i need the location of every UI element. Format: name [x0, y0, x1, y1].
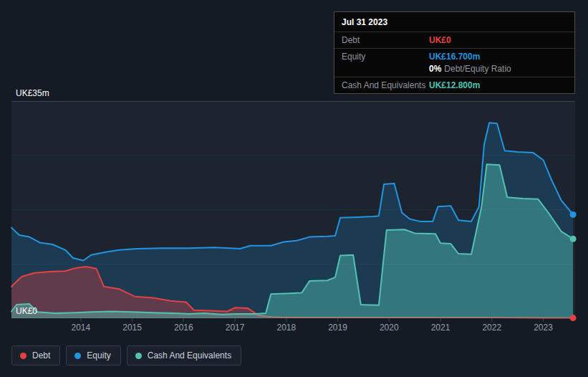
chart-legend: Debt Equity Cash And Equivalents: [11, 345, 241, 366]
legend-cash-label: Cash And Equivalents: [148, 350, 231, 361]
debt-equity-history-chart-panel: Jul 31 2023 Debt UK£0 Equity UK£16.700m …: [0, 0, 588, 377]
tooltip-cash-value: UK£12.800m: [429, 80, 480, 90]
tooltip-debt-label: Debt: [342, 35, 429, 45]
tooltip-equity-value: UK£16.700m: [429, 52, 480, 62]
tooltip-date: Jul 31 2023: [334, 12, 574, 32]
tooltip-debt-equity-ratio: 0%Debt/Equity Ratio: [429, 64, 511, 74]
tooltip-ratio-label: Debt/Equity Ratio: [444, 64, 511, 74]
tooltip-equity-value-block: UK£16.700m 0%Debt/Equity Ratio: [429, 52, 511, 74]
tooltip-row-debt: Debt UK£0: [334, 32, 574, 49]
equity-series-dot-icon: [74, 353, 81, 359]
tooltip-equity-label: Equity: [342, 52, 429, 62]
chart-tooltip: Jul 31 2023 Debt UK£0 Equity UK£16.700m …: [334, 11, 575, 94]
tooltip-row-equity: Equity UK£16.700m 0%Debt/Equity Ratio: [334, 49, 574, 77]
legend-item-debt[interactable]: Debt: [11, 345, 60, 366]
cash-series-dot-icon: [135, 353, 142, 359]
y-axis-max-label: UK£35m: [16, 88, 49, 98]
legend-item-equity[interactable]: Equity: [66, 345, 120, 366]
y-axis-zero-label: UK£0: [16, 306, 37, 316]
debt-series-dot-icon: [20, 353, 26, 359]
tooltip-ratio-value: 0%: [429, 64, 441, 74]
legend-item-cash[interactable]: Cash And Equivalents: [127, 345, 241, 366]
tooltip-debt-value: UK£0: [429, 35, 451, 45]
legend-equity-label: Equity: [87, 350, 110, 361]
tooltip-cash-label: Cash And Equivalents: [342, 80, 429, 90]
area-chart-plot[interactable]: [11, 101, 575, 325]
legend-debt-label: Debt: [32, 350, 50, 361]
tooltip-row-cash: Cash And Equivalents UK£12.800m: [334, 77, 574, 93]
